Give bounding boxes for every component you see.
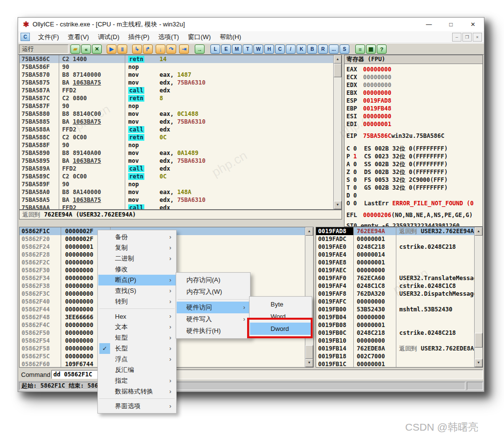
disasm-row[interactable]: 75BA586F90nop (20, 63, 334, 71)
menu-4[interactable]: 插件(P) (124, 32, 154, 43)
stack-row[interactable]: 0019FAFC00000000 (316, 298, 475, 306)
view-button-T[interactable]: T (243, 44, 252, 54)
disasm-row[interactable]: 75BA588CC2 0C00retn0C (20, 133, 334, 141)
stack-scrollbar[interactable]: ▲ ▼ (474, 227, 482, 367)
stack-row[interactable]: 0019FAF0762ECA60USER32.TranslateMessage (316, 274, 475, 282)
disasm-row[interactable]: 75BA58AAFFD2calledx (20, 204, 334, 209)
menu-item-硬件写入[interactable]: 硬件写入› (177, 313, 250, 325)
stack-row[interactable]: 0019FAE400000014 (316, 251, 475, 259)
maximize-button[interactable]: □ (440, 18, 462, 31)
go-to-address-icon[interactable]: → (195, 44, 205, 54)
menu-item-浮点[interactable]: 浮点› (98, 354, 176, 365)
disasm-row[interactable]: 75BA588AFFD2calledx (20, 126, 334, 133)
trace-over-icon[interactable]: ↷ (166, 44, 176, 54)
scroll-up-icon[interactable]: ▲ (305, 227, 313, 236)
menu-1[interactable]: 文件(F) (34, 32, 64, 43)
menu-item-Hex[interactable]: Hex› (98, 311, 176, 322)
stack-row[interactable]: 0019FB0800000001 (316, 321, 475, 329)
disasm-row[interactable]: 75BA586CC2 1400retn14 (20, 55, 334, 63)
mdi-restore-button[interactable]: ❐ (462, 33, 472, 42)
disasm-row[interactable]: 75BA58A5BA 1063BA75movedx, 75BA6310 (20, 196, 334, 204)
menu-item-断点(P)[interactable]: 断点(P)› (98, 275, 176, 285)
view-button-K[interactable]: K (297, 44, 306, 54)
scrollbar-thumb[interactable] (334, 64, 342, 77)
execute-till-return-icon[interactable]: ⇥ (179, 44, 189, 54)
restart-icon[interactable]: « (81, 44, 91, 54)
menu-item-长型[interactable]: 长型✓› (98, 343, 176, 354)
scroll-down-icon[interactable]: ▼ (334, 201, 342, 209)
disasm-row[interactable]: 75BA5890B8 89140A00moveax, 0A1489 (20, 149, 334, 157)
run-icon[interactable]: ▶ (107, 44, 116, 54)
stack-row[interactable]: 0019FB1000000000 (316, 337, 475, 345)
disasm-row[interactable]: 75BA589CC2 0C00retn0C (20, 173, 334, 180)
view-button-H[interactable]: H (264, 44, 274, 54)
stack-row[interactable]: 0019FB1C00000001 (316, 360, 475, 367)
menu-item-查找(S)[interactable]: 查找(S)› (98, 285, 176, 296)
view-button-slash[interactable]: / (286, 44, 296, 54)
menu-2[interactable]: 查看(V) (64, 32, 93, 43)
menu-item-修改[interactable]: 修改 (98, 264, 176, 275)
disasm-row[interactable]: 75BA587F90nop (20, 102, 334, 110)
stack-row[interactable]: 0019FB0400000000 (316, 313, 475, 321)
view-button-L[interactable]: L (210, 44, 220, 54)
appearance-icon[interactable]: ▦ (366, 44, 376, 54)
stack-row[interactable]: 0019FAF40248C1C8cstrike.0248C1C8 (316, 282, 475, 290)
disasm-row[interactable]: 75BA589F90nop (20, 180, 334, 188)
menu-item-反汇编[interactable]: 反汇编 (98, 365, 176, 375)
menu-item-硬件访问[interactable]: 硬件访问› (177, 302, 250, 313)
menu-item-内存写入(W)[interactable]: 内存写入(W) (177, 286, 250, 298)
step-into-icon[interactable]: ↳ (132, 44, 142, 54)
menu-item-内存访问(A)[interactable]: 内存访问(A) (177, 274, 250, 286)
view-button-M[interactable]: M (232, 44, 242, 54)
disasm-row[interactable]: 75BA58A0B8 8A140000moveax, 148A (20, 188, 334, 196)
view-button-W[interactable]: W (253, 44, 263, 54)
view-button-R[interactable]: R (318, 44, 328, 54)
help-icon[interactable]: ? (377, 44, 387, 54)
view-button-S[interactable]: S (340, 44, 349, 54)
disasm-row[interactable]: 75BA5885BA 1063BA75movedx, 75BA6310 (20, 118, 334, 126)
view-button-E[interactable]: E (221, 44, 231, 54)
disasm-row[interactable]: 75BA589AFFD2calledx (20, 165, 334, 173)
menu-item-数据格式转换[interactable]: 数据格式转换› (98, 386, 176, 397)
minimize-button[interactable]: — (418, 18, 440, 31)
menu-3[interactable]: 调试(D) (93, 32, 124, 43)
disasm-row[interactable]: 75BA588F90nop (20, 141, 334, 149)
mdi-close-button[interactable]: × (473, 33, 482, 42)
stack-row[interactable]: 0019FB0C0248C218cstrike.0248C218 (316, 329, 475, 337)
mdi-child-icon[interactable]: C (21, 33, 30, 41)
step-over-icon[interactable]: ↱ (143, 44, 153, 54)
disasm-row[interactable]: 75BA587CC2 0800retn8 (20, 94, 334, 102)
menu-item-文本[interactable]: 文本› (98, 322, 176, 332)
disasm-row[interactable]: 75BA587AFFD2calledx (20, 87, 334, 94)
trace-into-icon[interactable]: ↓ (156, 44, 165, 54)
disasm-row[interactable]: 75BA5870B8 87140000moveax, 1487 (20, 71, 334, 79)
disasm-row[interactable]: 75BA5880B8 88140C00moveax, 0C1488 (20, 110, 334, 118)
scroll-up-icon[interactable]: ▲ (334, 55, 342, 64)
menu-7[interactable]: 帮助(H) (215, 32, 246, 43)
close-button[interactable]: ✕ (462, 18, 484, 31)
stack-row[interactable]: 0019FAD8762EE94A返回到USER32.762EE94A (316, 227, 475, 235)
stack-row[interactable]: 0019FAF8762DA320USER32.DispatchMessage (316, 290, 475, 298)
menu-5[interactable]: 选项(T) (154, 32, 183, 43)
close-program-icon[interactable]: ✕ (92, 44, 102, 54)
scroll-up-icon[interactable]: ▲ (475, 227, 482, 236)
menu-item-转到[interactable]: 转到› (98, 296, 176, 307)
menu-item-备份[interactable]: 备份› (98, 232, 176, 242)
pause-icon[interactable]: ‖ (117, 44, 127, 54)
stack-row[interactable]: 0019FB14762EDE8A返回到USER32.762EDE8A (316, 345, 475, 352)
view-button-C[interactable]: C (275, 44, 285, 54)
menu-item-硬件执行(H)[interactable]: 硬件执行(H) (177, 325, 250, 337)
stack-row[interactable]: 0019FADC00000001 (316, 235, 475, 243)
view-button-dots[interactable]: ... (329, 44, 339, 54)
view-button-B[interactable]: B (307, 44, 317, 54)
stack-row[interactable]: 0019FB18002C7000 (316, 352, 475, 360)
mdi-minimize-button[interactable]: – (452, 33, 461, 42)
stack-row[interactable]: 0019FAE800000001 (316, 259, 475, 266)
menu-item-复制[interactable]: 复制› (98, 242, 176, 253)
stack-row[interactable]: 0019FAE00248C218cstrike.0248C218 (316, 243, 475, 251)
disasm-row[interactable]: 75BA5875BA 1063BA75movedx, 75BA6310 (20, 79, 334, 87)
menu-item-短型[interactable]: 短型› (98, 332, 176, 343)
stack-row[interactable]: 0019FAEC00000000 (316, 266, 475, 274)
menu-item-Byte[interactable]: Byte (250, 298, 311, 310)
menu-item-界面选项[interactable]: 界面选项› (98, 401, 176, 412)
